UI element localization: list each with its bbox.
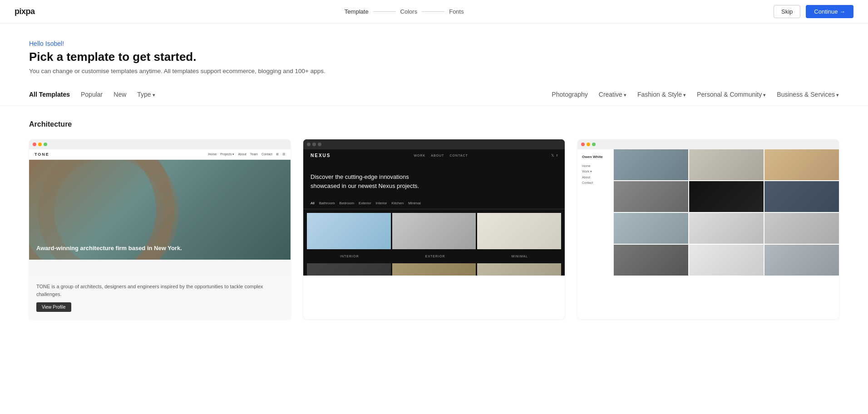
nexus-grid-item-2 [477, 263, 561, 276]
step-fonts: Fonts [449, 8, 464, 15]
nexus-nav: NEXUS WORK ABOUT CONTACT 𝕏 f [303, 149, 565, 162]
owen-photo [764, 149, 839, 180]
hero-title: Pick a template to get started. [29, 50, 839, 64]
nexus-image-grid [303, 209, 565, 253]
owen-photo [614, 149, 688, 180]
header-steps: Template Colors Fonts [345, 8, 464, 15]
nexus-grid-item [307, 213, 391, 249]
step-divider-2 [422, 11, 444, 12]
filter-fashion[interactable]: Fashion & Style [637, 91, 686, 98]
hero-section: Hello Isobel! Pick a template to get sta… [0, 24, 868, 84]
template-preview-owen: Owen White Home Work ▾ About Contact [577, 139, 839, 276]
template-card-nexus[interactable]: NEXUS WORK ABOUT CONTACT 𝕏 f Discover th… [303, 139, 565, 319]
nexus-logo: NEXUS [311, 153, 330, 158]
filter-creative[interactable]: Creative [599, 91, 626, 98]
template-preview-nexus: NEXUS WORK ABOUT CONTACT 𝕏 f Discover th… [303, 139, 565, 276]
owen-sidebar-name: Owen White [582, 155, 609, 159]
template-grid: TONE Home Projects ▾ About Team Contact … [29, 139, 839, 319]
nexus-nav-links: WORK ABOUT CONTACT [414, 154, 468, 157]
nexus-interior-image [307, 213, 391, 249]
nexus-browser-bar [303, 139, 565, 149]
owen-photo [689, 245, 764, 276]
tone-logo: TONE [35, 152, 49, 157]
hero-subtitle: You can change or customise templates an… [29, 68, 839, 74]
nexus-image-grid-2 [303, 260, 565, 276]
header: pixpa Template Colors Fonts Skip Continu… [0, 0, 868, 24]
browser-bar [29, 139, 291, 149]
view-profile-button-tone[interactable]: View Profile [36, 302, 71, 312]
owen-browser-bar [577, 139, 839, 149]
nexus-grid-item-2 [392, 263, 476, 276]
continue-button[interactable]: Continue → [806, 5, 853, 18]
nexus-grid-item [477, 213, 561, 249]
logo: pixpa [15, 7, 35, 16]
owen-photo [614, 213, 688, 244]
owen-photo [764, 245, 839, 276]
template-card-tone[interactable]: TONE Home Projects ▾ About Team Contact … [29, 139, 291, 319]
filter-popular[interactable]: Popular [81, 90, 103, 99]
template-preview-tone: TONE Home Projects ▾ About Team Contact … [29, 139, 291, 276]
owen-photo-grid [614, 149, 839, 276]
step-template: Template [345, 8, 369, 15]
owen-photo [689, 149, 764, 180]
filter-new[interactable]: New [113, 90, 126, 99]
owen-layout: Owen White Home Work ▾ About Contact [577, 149, 839, 276]
owen-photo [689, 181, 764, 212]
section-title: Architecture [29, 120, 839, 128]
filter-all-templates[interactable]: All Templates [29, 90, 70, 99]
owen-sidebar-links: Home Work ▾ About Contact [582, 164, 609, 184]
nexus-filter-bar: All Bathroom Bedroom Exterior Interior K… [303, 197, 565, 209]
tone-hero-image: Award-winning architecture firm based in… [29, 160, 291, 260]
nexus-grid-labels: INTERIOR EXTERIOR MINIMAL [303, 253, 565, 260]
owen-photo [614, 245, 688, 276]
tone-nav-links: Home Projects ▾ About Team Contact ⊞ ☰ [208, 153, 285, 156]
nexus-exterior-image [392, 213, 476, 249]
filter-business-services[interactable]: Business & Services [777, 91, 839, 98]
step-divider-1 [373, 11, 396, 12]
filter-type[interactable]: Type [137, 90, 155, 99]
main-content: Architecture TONE Home Projects ▾ [0, 106, 868, 334]
owen-photo [614, 181, 688, 212]
hero-greeting: Hello Isobel! [29, 40, 839, 47]
owen-photo [764, 213, 839, 244]
nexus-hero-text: Discover the cutting-edge innovations sh… [303, 162, 565, 197]
filter-bar: All Templates Popular New Type Photograp… [0, 84, 868, 106]
tone-hero-text: Award-winning architecture firm based in… [36, 244, 182, 252]
step-colors: Colors [400, 8, 418, 15]
tone-nav: TONE Home Projects ▾ About Team Contact … [29, 149, 291, 160]
nexus-grid-item [392, 213, 476, 249]
nexus-nav-icons: 𝕏 f [551, 153, 557, 158]
filter-personal-community[interactable]: Personal & Community [697, 91, 766, 98]
header-actions: Skip Continue → [774, 5, 853, 18]
content-scroll[interactable]: Hello Isobel! Pick a template to get sta… [0, 24, 868, 334]
tone-info: TONE is a group of architects, designers… [29, 276, 291, 319]
nexus-grid-item-2 [307, 263, 391, 276]
skip-button[interactable]: Skip [774, 5, 800, 18]
owen-photo [689, 213, 764, 244]
template-card-owen-white[interactable]: Owen White Home Work ▾ About Contact [577, 139, 839, 319]
filter-left: All Templates Popular New Type [29, 90, 155, 99]
owen-sidebar: Owen White Home Work ▾ About Contact [577, 149, 614, 276]
filter-right: Photography Creative Fashion & Style Per… [552, 91, 839, 98]
owen-photo [764, 181, 839, 212]
filter-photography[interactable]: Photography [552, 91, 587, 98]
nexus-minimal-image [477, 213, 561, 249]
